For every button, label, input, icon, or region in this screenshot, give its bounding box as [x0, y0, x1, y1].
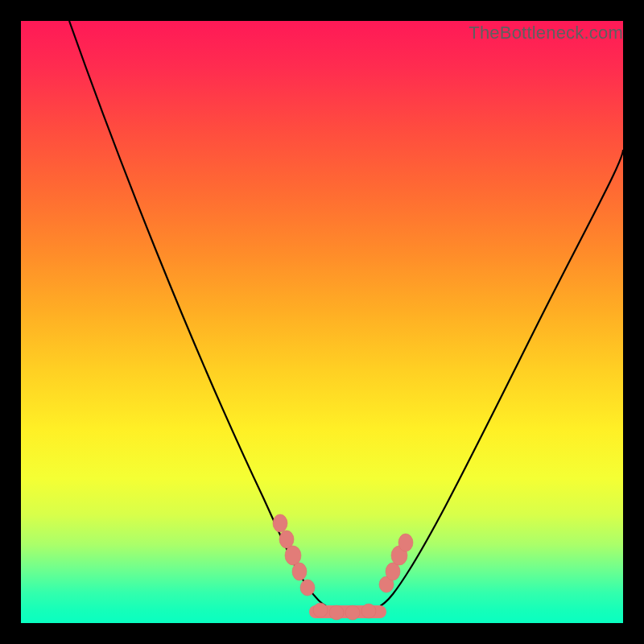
- svg-point-6: [386, 563, 400, 580]
- svg-point-2: [285, 546, 301, 565]
- chart-canvas: [21, 21, 623, 623]
- highlight-dots: [273, 514, 413, 620]
- svg-point-3: [292, 563, 307, 580]
- bottleneck-curve: [69, 21, 623, 613]
- plot-area: [21, 21, 623, 623]
- svg-point-10: [313, 603, 328, 617]
- watermark-text: TheBottleneck.com: [469, 21, 623, 43]
- svg-point-0: [273, 514, 287, 532]
- svg-point-1: [279, 530, 294, 548]
- svg-point-13: [361, 604, 376, 618]
- outer-frame: TheBottleneck.com: [0, 0, 644, 644]
- svg-point-4: [300, 580, 315, 596]
- svg-point-12: [345, 605, 360, 620]
- svg-point-8: [398, 534, 413, 551]
- svg-point-11: [329, 605, 344, 620]
